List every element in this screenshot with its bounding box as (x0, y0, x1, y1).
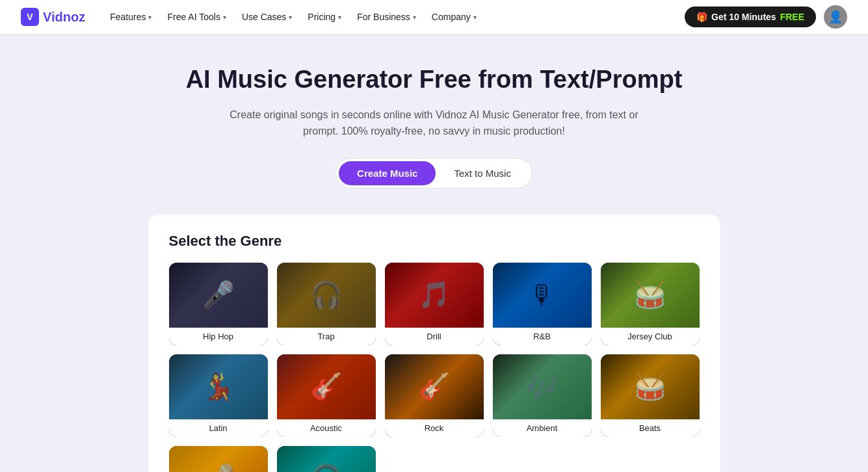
nav-free-ai-tools[interactable]: Free AI Tools ▾ (161, 8, 232, 26)
genre-image-rock: 🎸 (385, 354, 484, 419)
genre-card-trap[interactable]: 🎧 Trap (277, 263, 376, 345)
hero-section: AI Music Generator Free from Text/Prompt… (0, 34, 868, 204)
radio-rnb[interactable] (579, 332, 586, 340)
genre-image-latin: 💃 (169, 354, 268, 419)
genre-label-beats: Beats (601, 419, 700, 437)
nav-features[interactable]: Features ▾ (103, 8, 158, 26)
genre-image-hiphop: 🎤 (169, 263, 268, 328)
genre-card-hiphop[interactable]: 🎤 Hip Hop (169, 263, 268, 345)
genre-image-ambient: 🎶 (493, 354, 592, 419)
radio-trap[interactable] (363, 332, 371, 340)
genre-image-trap: 🎧 (277, 263, 376, 328)
genre-label-rnb: R&B (493, 328, 592, 345)
genre-card-funk[interactable]: 🎤 Funk (169, 446, 268, 472)
chevron-down-icon: ▾ (413, 14, 416, 21)
radio-jersey[interactable] (687, 332, 694, 340)
genre-image-acoustic: 🎸 (277, 354, 376, 419)
genre-label-jersey: Jersey Club (601, 328, 700, 345)
genre-card-drill[interactable]: 🎵 Drill (385, 263, 484, 345)
nav-right: 🎁 Get 10 Minutes FREE 👤 (685, 5, 847, 29)
genre-image-drill: 🎵 (385, 263, 484, 328)
genre-image-beats: 🥁 (601, 354, 700, 419)
genre-image-funk: 🎤 (169, 446, 268, 472)
genre-card-rnb[interactable]: 🎙 R&B (493, 263, 592, 345)
gift-icon: 🎁 (696, 12, 707, 22)
nav-company[interactable]: Company ▾ (425, 8, 483, 26)
text-to-music-button[interactable]: Text to Music (436, 161, 529, 185)
genre-card-house[interactable]: 🎧 House (277, 446, 376, 472)
nav-pricing[interactable]: Pricing ▾ (301, 8, 348, 26)
genre-image-jersey: 🥁 (601, 263, 700, 328)
genre-card-latin[interactable]: 💃 Latin (169, 354, 268, 437)
genre-section: Select the Genre 🎤 Hip Hop 🎧 Trap 🎵 Dril… (148, 215, 720, 472)
hero-subtitle: Create original songs in seconds online … (213, 107, 655, 140)
logo[interactable]: V Vidnoz (21, 8, 85, 26)
genre-section-title: Select the Genre (169, 233, 700, 250)
genre-card-beats[interactable]: 🥁 Beats (601, 354, 700, 437)
genre-image-house: 🎧 (277, 446, 376, 472)
genre-card-rock[interactable]: 🎸 Rock (385, 354, 484, 437)
nav-for-business[interactable]: For Business ▾ (350, 8, 423, 26)
genre-label-trap: Trap (277, 328, 376, 345)
navbar: V Vidnoz Features ▾ Free AI Tools ▾ Use … (0, 0, 868, 34)
radio-drill[interactable] (471, 332, 479, 340)
radio-latin[interactable] (255, 424, 263, 432)
avatar[interactable]: 👤 (824, 5, 847, 29)
genre-label-latin: Latin (169, 419, 268, 437)
genre-card-ambient[interactable]: 🎶 Ambient (493, 354, 592, 437)
genre-card-acoustic[interactable]: 🎸 Acoustic (277, 354, 376, 437)
chevron-down-icon: ▾ (289, 14, 292, 21)
chevron-down-icon: ▾ (148, 14, 151, 21)
logo-icon: V (21, 8, 39, 26)
genre-label-ambient: Ambient (493, 419, 592, 437)
nav-items: Features ▾ Free AI Tools ▾ Use Cases ▾ P… (103, 8, 666, 26)
radio-rock[interactable] (471, 424, 479, 432)
radio-ambient[interactable] (579, 424, 586, 432)
genre-grid: 🎤 Hip Hop 🎧 Trap 🎵 Drill 🎙 R&B 🥁 Jersey … (169, 263, 700, 472)
radio-beats[interactable] (687, 424, 694, 432)
chevron-down-icon: ▾ (473, 14, 477, 21)
nav-use-cases[interactable]: Use Cases ▾ (235, 8, 298, 26)
radio-hiphop[interactable] (255, 332, 263, 340)
genre-label-hiphop: Hip Hop (169, 328, 268, 345)
hero-buttons: Create Music Text to Music (335, 158, 533, 189)
genre-label-acoustic: Acoustic (277, 419, 376, 437)
chevron-down-icon: ▾ (223, 14, 226, 21)
genre-card-jersey[interactable]: 🥁 Jersey Club (601, 263, 700, 345)
page-title: AI Music Generator Free from Text/Prompt (13, 65, 855, 95)
chevron-down-icon: ▾ (338, 14, 341, 21)
logo-text: Vidnoz (43, 10, 85, 25)
cta-button[interactable]: 🎁 Get 10 Minutes FREE (685, 7, 816, 27)
genre-label-drill: Drill (385, 328, 484, 345)
radio-acoustic[interactable] (363, 424, 371, 432)
genre-image-rnb: 🎙 (493, 263, 592, 328)
create-music-button[interactable]: Create Music (339, 161, 436, 185)
genre-label-rock: Rock (385, 419, 484, 437)
